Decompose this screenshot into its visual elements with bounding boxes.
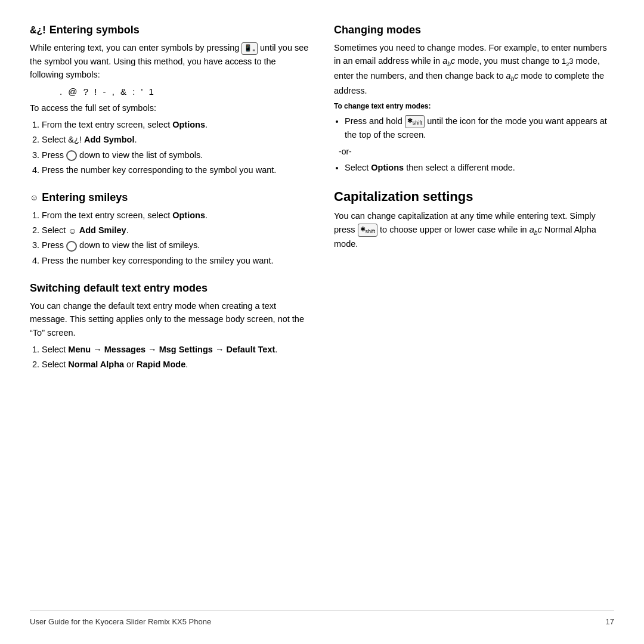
step-3: Press down to view the list of symbols. — [42, 148, 310, 162]
switching-modes-steps: Select Menu → Messages → Msg Settings → … — [30, 343, 310, 371]
smiley-step-4: Press the number key corresponding to th… — [42, 254, 310, 268]
switch-step-2: Select Normal Alpha or Rapid Mode. — [42, 358, 310, 371]
section-switching-modes: Switching default text entry modes You c… — [30, 282, 310, 376]
switching-modes-title: Switching default text entry modes — [30, 282, 310, 295]
footer-page-number: 17 — [606, 617, 614, 626]
step-2: Select &¿! Add Symbol. — [42, 133, 310, 147]
add-smiley-bold: Add Smiley — [79, 225, 126, 235]
page: &¿! Entering symbols While entering text… — [0, 0, 644, 644]
change-mode-bullet-2: Select Options then select a different m… — [345, 161, 614, 175]
entering-smileys-label: Entering smileys — [42, 191, 128, 204]
entering-symbols-body: While entering text, you can enter symbo… — [30, 41, 310, 82]
entering-symbols-steps: From the text entry screen, select Optio… — [30, 118, 310, 177]
changing-modes-title: Changing modes — [334, 24, 614, 36]
left-column: &¿! Entering symbols While entering text… — [30, 24, 310, 611]
section-changing-modes: Changing modes Sometimes you need to cha… — [334, 24, 614, 178]
entering-smileys-title: ☺︎ Entering smileys — [30, 191, 310, 204]
step-4: Press the number key corresponding to th… — [42, 163, 310, 177]
smiley-step-1: From the text entry screen, select Optio… — [42, 209, 310, 222]
abc-mode-inline-2: abc — [506, 71, 519, 80]
smiley-step-2: Select ☺︎ Add Smiley. — [42, 224, 310, 237]
nav-circle-icon-1 — [66, 150, 77, 161]
abc-mode-cap: abc — [530, 225, 542, 234]
switch-step-1: Select Menu → Messages → Msg Settings → … — [42, 343, 310, 357]
entering-symbols-title: &¿! Entering symbols — [30, 24, 310, 36]
body-text-1: While entering text, you can enter symbo… — [30, 43, 239, 52]
capitalization-title: Capitalization settings — [334, 189, 614, 205]
options-bold-1: Options — [172, 120, 205, 129]
content-area: &¿! Entering symbols While entering text… — [30, 24, 614, 611]
rapid-mode-bold: Rapid Mode — [137, 360, 185, 369]
add-symbol-bold: Add Symbol — [84, 135, 135, 144]
section-entering-symbols: &¿! Entering symbols While entering text… — [30, 24, 310, 181]
footer: User Guide for the Kyocera Slider Remix … — [30, 611, 614, 626]
123-mode-inline: 123 — [562, 57, 574, 66]
smiley-inline-icon: ☺︎ — [68, 224, 76, 237]
options-bold-2: Options — [172, 210, 205, 220]
change-modes-bullets: Press and hold ✱shift until the icon for… — [334, 114, 614, 142]
options-bold-3: Options — [371, 163, 404, 172]
abc-mode-inline: abc — [442, 56, 455, 66]
footer-text: User Guide for the Kyocera Slider Remix … — [30, 617, 211, 626]
symbols-line: . @ ? ! - , & : ' 1 — [60, 86, 310, 97]
section-entering-smileys: ☺︎ Entering smileys From the text entry … — [30, 191, 310, 271]
changing-modes-body: Sometimes you need to change modes. For … — [334, 41, 614, 97]
change-mode-bullet-1: Press and hold ✱shift until the icon for… — [345, 114, 614, 142]
capitalization-body: You can change capitalization at any tim… — [334, 209, 614, 251]
normal-alpha-bold: Normal Alpha — [68, 360, 124, 369]
right-column: Changing modes Sometimes you need to cha… — [334, 24, 614, 611]
change-modes-sublabel: To change text entry modes: — [334, 101, 614, 112]
change-modes-bullets-2: Select Options then select a different m… — [334, 161, 614, 175]
press-icon: 📱≡ — [242, 42, 258, 55]
entering-symbols-label: Entering symbols — [49, 24, 140, 36]
shift-icon-2: ✱shift — [358, 224, 378, 237]
smiley-icon: ☺︎ — [30, 193, 38, 202]
nav-circle-icon-2 — [66, 241, 77, 252]
entering-smileys-steps: From the text entry screen, select Optio… — [30, 209, 310, 268]
shift-icon: ✱shift — [405, 115, 425, 128]
section-capitalization: Capitalization settings You can change c… — [334, 189, 614, 255]
menu-path-bold: Menu → Messages → Msg Settings → Default… — [68, 345, 275, 354]
smiley-step-3: Press down to view the list of smileys. — [42, 239, 310, 252]
symbol-icon: &¿! — [30, 25, 46, 36]
or-text: -or- — [339, 145, 614, 159]
access-label: To access the full set of symbols: — [30, 101, 310, 114]
step-1: From the text entry screen, select Optio… — [42, 118, 310, 132]
switching-modes-body: You can change the default text entry mo… — [30, 299, 310, 339]
